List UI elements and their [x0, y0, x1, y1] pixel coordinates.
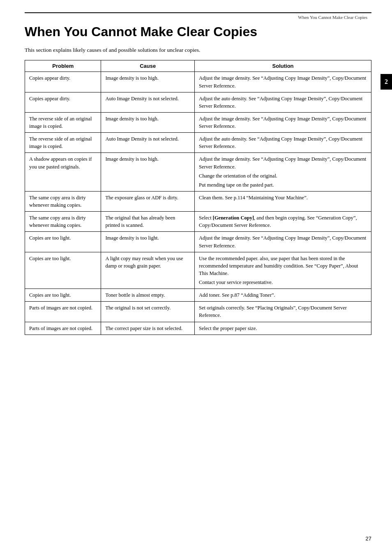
table-row: Copies are too light.A light copy may re…	[25, 252, 371, 289]
cell-problem: The same copy area is dirty whenever mak…	[25, 191, 101, 211]
cell-cause: A light copy may result when you use dam…	[101, 252, 195, 289]
cell-problem: Copies are too light.	[25, 289, 101, 302]
table-row: Copies appear dirty.Auto Image Density i…	[25, 92, 371, 112]
solution-text: Contact your service representative.	[199, 279, 367, 286]
cell-problem: The reverse side of an original image is…	[25, 133, 101, 153]
cell-cause: The exposure glass or ADF is dirty.	[101, 191, 195, 211]
cell-cause: Image density is too light.	[101, 232, 195, 252]
table-row: A shadow appears on copies if you use pa…	[25, 153, 371, 192]
cell-problem: Parts of images are not copied.	[25, 322, 101, 335]
cell-problem: Parts of images are not copied.	[25, 302, 101, 322]
table-row: Copies are too light.Toner bottle is alm…	[25, 289, 371, 302]
solution-text: Select the proper paper size.	[199, 325, 367, 332]
table-row: The same copy area is dirty whenever mak…	[25, 191, 371, 211]
table-row: Copies appear dirty.Image density is too…	[25, 72, 371, 92]
cell-problem: The reverse side of an original image is…	[25, 112, 101, 132]
cell-problem: Copies are too light.	[25, 252, 101, 289]
cell-solution: Set originals correctly. See “Placing Or…	[195, 302, 371, 322]
cell-solution: Use the recommended paper. also, use pap…	[195, 252, 371, 289]
cell-cause: The correct paper size is not selected.	[101, 322, 195, 335]
solution-text: Adjust the image density. See “Adjusting…	[199, 234, 367, 249]
cell-cause: Image density is too high.	[101, 72, 195, 92]
solution-text: Add toner. See p.87 “Adding Toner”.	[199, 291, 367, 299]
header-cause: Cause	[101, 60, 195, 72]
top-rule	[25, 12, 371, 13]
header-problem: Problem	[25, 60, 101, 72]
solution-text: Adjust the image density. See “Adjusting…	[199, 115, 367, 130]
solution-text: Adjust the image density. See “Adjusting…	[199, 74, 367, 89]
cell-problem: The same copy area is dirty whenever mak…	[25, 212, 101, 232]
solution-text: Change the orientation of the original.	[199, 172, 367, 180]
cell-solution: Select [Generation Copy], and then begin…	[195, 212, 371, 232]
cell-solution: Clean them. See p.114 “Maintaining Your …	[195, 191, 371, 211]
cell-solution: Adjust the image density. See “Adjusting…	[195, 232, 371, 252]
table-row: The reverse side of an original image is…	[25, 112, 371, 132]
cell-solution: Adjust the image density. See “Adjusting…	[195, 153, 371, 192]
cell-solution: Adjust the auto density. See “Adjusting …	[195, 133, 371, 153]
cell-solution: Adjust the auto density. See “Adjusting …	[195, 92, 371, 112]
cell-solution: Add toner. See p.87 “Adding Toner”.	[195, 289, 371, 302]
page-number: 27	[366, 536, 371, 542]
cell-cause: Auto Image Density is not selected.	[101, 133, 195, 153]
table-row: Copies are too light.Image density is to…	[25, 232, 371, 252]
cell-solution: Adjust the image density. See “Adjusting…	[195, 72, 371, 92]
header-label: When You Cannot Make Clear Copies	[298, 15, 367, 20]
table-header-row: Problem Cause Solution	[25, 60, 371, 72]
solution-text: Adjust the auto density. See “Adjusting …	[199, 135, 367, 150]
page-header: When You Cannot Make Clear Copies	[25, 15, 371, 20]
cell-cause: Toner bottle is almost empty.	[101, 289, 195, 302]
intro-text: This section explains likely causes of a…	[25, 47, 371, 53]
cell-cause: The original is not set correctly.	[101, 302, 195, 322]
solution-text: Put mending tape on the pasted part.	[199, 181, 367, 189]
bold-term: [Generation Copy]	[213, 215, 254, 221]
cell-problem: A shadow appears on copies if you use pa…	[25, 153, 101, 192]
cell-cause: Image density is too high.	[101, 112, 195, 132]
table-row: Parts of images are not copied.The origi…	[25, 302, 371, 322]
cell-problem: Copies appear dirty.	[25, 92, 101, 112]
solution-text: Adjust the auto density. See “Adjusting …	[199, 95, 367, 110]
cell-solution: Select the proper paper size.	[195, 322, 371, 335]
chapter-tab: 2	[380, 74, 392, 90]
table-row: The same copy area is dirty whenever mak…	[25, 212, 371, 232]
solution-text: Select [Generation Copy], and then begin…	[199, 214, 367, 229]
solution-text: Adjust the image density. See “Adjusting…	[199, 155, 367, 170]
table-row: Parts of images are not copied.The corre…	[25, 322, 371, 335]
cell-solution: Adjust the image density. See “Adjusting…	[195, 112, 371, 132]
cell-cause: Image density is too high.	[101, 153, 195, 192]
solution-text: Clean them. See p.114 “Maintaining Your …	[199, 194, 367, 201]
table-row: The reverse side of an original image is…	[25, 133, 371, 153]
solution-text: Use the recommended paper. also, use pap…	[199, 255, 367, 277]
troubleshooting-table: Problem Cause Solution Copies appear dir…	[25, 60, 371, 335]
cell-problem: Copies are too light.	[25, 232, 101, 252]
page-container: When You Cannot Make Clear Copies 2 When…	[0, 0, 392, 554]
page-title: When You Cannot Make Clear Copies	[25, 24, 371, 39]
cell-cause: The original that has already been print…	[101, 212, 195, 232]
cell-problem: Copies appear dirty.	[25, 72, 101, 92]
header-solution: Solution	[195, 60, 371, 72]
solution-text: Set originals correctly. See “Placing Or…	[199, 304, 367, 319]
cell-cause: Auto Image Density is not selected.	[101, 92, 195, 112]
